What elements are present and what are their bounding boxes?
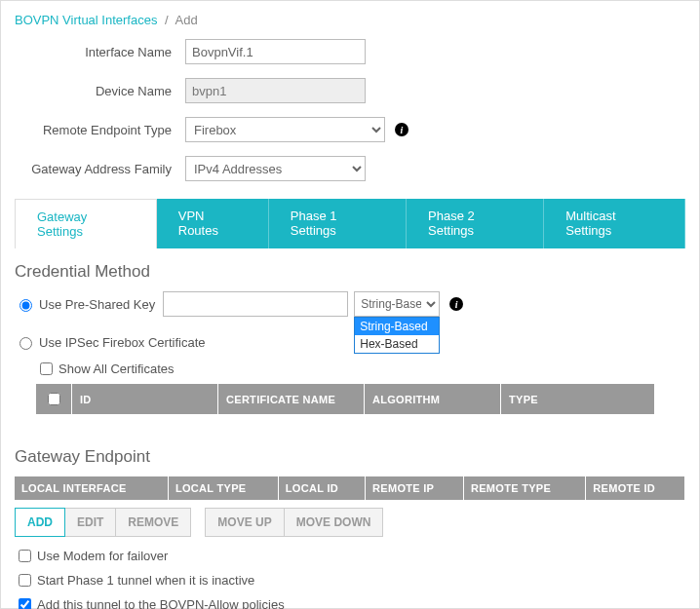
psk-type-dropdown-open: String-Based Hex-Based <box>354 317 440 354</box>
cert-col-type: TYPE <box>501 384 655 414</box>
cert-col-id: ID <box>72 384 218 414</box>
device-name-input <box>185 78 366 103</box>
bovpn-allow-checkbox[interactable] <box>19 598 31 609</box>
edit-button[interactable]: EDIT <box>65 508 116 537</box>
tab-gateway-settings[interactable]: Gateway Settings <box>15 199 157 248</box>
help-icon[interactable]: i <box>395 123 408 136</box>
remote-endpoint-type-label: Remote Endpoint Type <box>15 123 185 137</box>
tab-phase1-settings[interactable]: Phase 1 Settings <box>269 199 407 248</box>
page-container: BOVPN Virtual Interfaces / Add Interface… <box>0 0 700 609</box>
gateway-endpoint-table: LOCAL INTERFACE LOCAL TYPE LOCAL ID REMO… <box>15 476 685 500</box>
move-up-button[interactable]: MOVE UP <box>205 508 284 537</box>
cert-col-algorithm: ALGORITHM <box>365 384 501 414</box>
move-down-button[interactable]: MOVE DOWN <box>285 508 384 537</box>
ep-col-local-type: LOCAL TYPE <box>168 476 278 500</box>
use-modem-label: Use Modem for failover <box>37 549 168 563</box>
breadcrumb: BOVPN Virtual Interfaces / Add <box>15 13 685 27</box>
breadcrumb-parent-link[interactable]: BOVPN Virtual Interfaces <box>15 13 157 27</box>
credential-method-title: Credential Method <box>15 262 685 282</box>
tab-multicast-settings[interactable]: Multicast Settings <box>544 199 685 248</box>
breadcrumb-separator: / <box>161 13 173 27</box>
tab-vpn-routes[interactable]: VPN Routes <box>157 199 269 248</box>
use-cert-label: Use IPSec Firebox Certificate <box>39 335 206 350</box>
psk-type-option-string[interactable]: String-Based <box>355 318 439 335</box>
show-all-certs-checkbox[interactable] <box>40 362 53 375</box>
tab-phase2-settings[interactable]: Phase 2 Settings <box>407 199 544 248</box>
use-modem-checkbox[interactable] <box>19 550 31 562</box>
gateway-address-family-label: Gateway Address Family <box>15 162 185 176</box>
ep-col-remote-type: REMOTE TYPE <box>463 476 585 500</box>
remove-button[interactable]: REMOVE <box>116 508 191 537</box>
cert-col-check <box>36 384 72 414</box>
bovpn-allow-label: Add this tunnel to the BOVPN-Allow polic… <box>37 597 285 609</box>
gateway-address-family-select[interactable]: IPv4 Addresses <box>185 156 366 181</box>
remote-endpoint-type-select[interactable]: Firebox <box>185 117 385 142</box>
use-psk-radio[interactable] <box>19 299 32 312</box>
help-icon[interactable]: i <box>449 297 463 311</box>
ep-col-remote-id: REMOTE ID <box>586 476 685 500</box>
psk-type-option-hex[interactable]: Hex-Based <box>355 335 439 353</box>
ep-col-local-interface: LOCAL INTERFACE <box>15 476 168 500</box>
psk-input[interactable] <box>163 291 348 317</box>
ep-col-local-id: LOCAL ID <box>278 476 365 500</box>
interface-name-label: Interface Name <box>15 45 185 59</box>
show-all-certs-label: Show All Certificates <box>58 362 175 376</box>
certificate-table: ID CERTIFICATE NAME ALGORITHM TYPE <box>36 384 655 414</box>
ep-col-remote-ip: REMOTE IP <box>366 476 464 500</box>
breadcrumb-current: Add <box>175 13 198 27</box>
start-phase1-checkbox[interactable] <box>19 574 31 587</box>
device-name-label: Device Name <box>15 84 185 98</box>
tab-bar: Gateway Settings VPN Routes Phase 1 Sett… <box>15 199 685 248</box>
use-cert-radio[interactable] <box>19 337 32 350</box>
cert-col-name: CERTIFICATE NAME <box>218 384 365 414</box>
gateway-endpoint-title: Gateway Endpoint <box>15 447 685 467</box>
add-button[interactable]: ADD <box>15 508 65 537</box>
cert-select-all-checkbox[interactable] <box>48 393 60 405</box>
start-phase1-label: Start Phase 1 tunnel when it is inactive <box>37 573 254 588</box>
interface-name-input[interactable] <box>185 39 366 64</box>
psk-type-select[interactable]: String-Based <box>354 291 440 317</box>
use-psk-label: Use Pre-Shared Key <box>39 297 155 312</box>
